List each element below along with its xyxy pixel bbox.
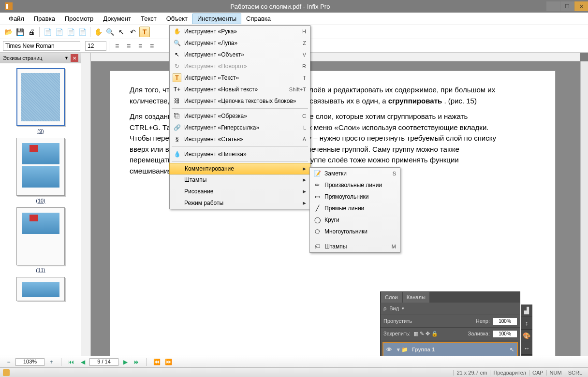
page2-icon[interactable]: 📄	[65, 27, 76, 37]
thumbnail[interactable]: (11)	[14, 207, 67, 273]
status-scrl: SCRL	[565, 370, 585, 376]
page-icon[interactable]: 📄	[42, 27, 53, 37]
menu-item[interactable]: ↻Инструмент «Поворот»R	[170, 60, 310, 72]
menu-file[interactable]: Файл	[4, 14, 29, 24]
menu-tools[interactable]: Инструменты	[192, 14, 241, 24]
ps-tab-channels: Каналы	[403, 292, 429, 303]
app-icon	[3, 0, 15, 12]
svg-rect-0	[5, 2, 13, 10]
thumbnail[interactable]: (9)	[14, 68, 67, 134]
status-num: NUM	[546, 370, 565, 376]
status-prev: Предварител	[490, 370, 529, 376]
align-left-icon[interactable]: ≡	[112, 41, 122, 51]
font-family-select[interactable]: Times New Roman	[3, 41, 80, 51]
ps-tab-layers: Слои	[381, 292, 402, 303]
menu-item[interactable]: ⛓Инструмент «Цепочка текстовых блоков»	[170, 95, 310, 107]
sidebar-title: Эскизы страниц	[3, 55, 43, 61]
horizontal-ruler	[91, 53, 580, 61]
submenu-item[interactable]: ╱Прямые линии	[310, 203, 400, 214]
menu-item[interactable]: 🔗Инструмент «Гиперссылка»L	[170, 122, 310, 133]
ps-group-row: 👁 ▾ 📁 Группа 1 ↖	[383, 343, 517, 357]
titlebar: Работаем со слоями.pdf - Infix Pro — ☐ ✕	[0, 0, 588, 13]
text-tool[interactable]: T	[139, 27, 150, 37]
menu-help[interactable]: Справка	[241, 14, 276, 24]
menu-item[interactable]: 🔍Инструмент «Лупа»Z	[170, 37, 310, 49]
submenu-item[interactable]: 📝ЗаметкиS	[310, 168, 400, 179]
zoom-tool[interactable]: 🔍	[104, 27, 115, 37]
align-justify-icon[interactable]: ≡	[147, 41, 157, 51]
bottombar: − 103% + ⏮ ◀ 9 / 14 ▶ ⏭ ⏪ ⏩	[0, 356, 588, 367]
menu-item[interactable]: Штампы▶	[170, 174, 310, 186]
align-center-icon[interactable]: ≡	[123, 41, 134, 51]
next-page-button[interactable]: ▶	[120, 358, 130, 366]
submenu-item[interactable]: ◯Круги	[310, 214, 400, 226]
page3-icon[interactable]: 📄	[77, 27, 88, 37]
menu-item[interactable]: ↖Инструмент «Объект»V	[170, 49, 310, 60]
vertical-ruler	[81, 53, 91, 372]
undo-icon[interactable]: ↶	[128, 27, 138, 37]
menu-item[interactable]: T+Инструмент «Новый текст»Shift+T	[170, 84, 310, 95]
copy-icon[interactable]: 📄	[54, 27, 64, 37]
menu-view[interactable]: Просмотр	[60, 14, 98, 24]
menubar: Файл Правка Просмотр Документ Текст Объе…	[0, 13, 588, 25]
menu-item[interactable]: Рисование▶	[170, 186, 310, 197]
submenu-item[interactable]: ▭Прямоугольники	[310, 191, 400, 203]
status-cap: CAP	[529, 370, 546, 376]
last-page-button[interactable]: ⏭	[132, 358, 142, 366]
thumbnail[interactable]: (10)	[14, 138, 67, 203]
submenu-item[interactable]: ✏Произвольные линии	[310, 179, 400, 191]
svg-rect-1	[6, 4, 8, 9]
menu-item[interactable]: §Инструмент «Статья»A	[170, 133, 310, 145]
forward-button[interactable]: ⏩	[163, 358, 173, 366]
lock-icon	[3, 369, 10, 376]
sidebar-header: Эскизы страниц ▼ ✕	[0, 53, 81, 63]
hand-tool[interactable]: ✋	[93, 27, 103, 37]
window-title: Работаем со слоями.pdf - Infix Pro	[15, 3, 546, 10]
menu-edit[interactable]: Правка	[29, 14, 60, 24]
menu-item[interactable]: 💧Инструмент «Пипетка»	[170, 148, 310, 160]
status-dim: 21 x 29.7 cm	[453, 370, 490, 376]
menu-item[interactable]: ⿻Инструмент «Обрезка»C	[170, 110, 310, 122]
menu-text[interactable]: Текст	[136, 14, 162, 24]
tools-dropdown: ✋Инструмент «Рука»H🔍Инструмент «Лупа»Z↖И…	[169, 25, 310, 209]
back-button[interactable]: ⏪	[152, 358, 162, 366]
commenting-submenu: 📝ЗаметкиS✏Произвольные линии▭Прямоугольн…	[309, 167, 400, 253]
menu-item[interactable]: TИнструмент «Текст»T	[170, 72, 310, 84]
submenu-item[interactable]: 🏷ШтампыM	[310, 241, 400, 252]
print-button[interactable]: 🖨	[26, 27, 37, 37]
first-page-button[interactable]: ⏮	[66, 358, 76, 366]
menu-object[interactable]: Объект	[162, 14, 192, 24]
maximize-button[interactable]: ☐	[560, 1, 574, 11]
sidebar-close-icon[interactable]: ✕	[71, 54, 78, 62]
sidebar: Эскизы страниц ▼ ✕ (9) (10) (11)	[0, 53, 81, 372]
minimize-button[interactable]: —	[546, 1, 560, 11]
menu-item[interactable]: Режим работы▶	[170, 197, 310, 209]
align-right-icon[interactable]: ≡	[135, 41, 146, 51]
menu-item[interactable]: Комментирование▶	[169, 163, 310, 174]
close-button[interactable]: ✕	[574, 1, 588, 11]
menu-document[interactable]: Документ	[98, 14, 136, 24]
page-input[interactable]: 9 / 14	[89, 358, 118, 366]
thumbnail[interactable]	[14, 277, 67, 301]
open-button[interactable]: 📂	[3, 27, 14, 37]
prev-page-button[interactable]: ◀	[78, 358, 88, 366]
zoom-in-button[interactable]: +	[46, 358, 56, 366]
font-size-select[interactable]: 12	[85, 41, 106, 51]
vertical-scrollbar[interactable]	[580, 61, 588, 372]
statusbar: 21 x 29.7 cm Предварител CAP NUM SCRL	[0, 367, 588, 377]
save-button[interactable]: 💾	[15, 27, 25, 37]
menu-item[interactable]: ✋Инструмент «Рука»H	[170, 26, 310, 37]
sidebar-dropdown-icon[interactable]: ▼	[64, 56, 69, 60]
submenu-item[interactable]: ⬠Многоугольники	[310, 226, 400, 237]
zoom-input[interactable]: 103%	[15, 358, 44, 366]
thumbnails-panel[interactable]: (9) (10) (11)	[0, 63, 81, 364]
pointer-tool[interactable]: ↖	[116, 27, 127, 37]
zoom-out-button[interactable]: −	[4, 358, 14, 366]
